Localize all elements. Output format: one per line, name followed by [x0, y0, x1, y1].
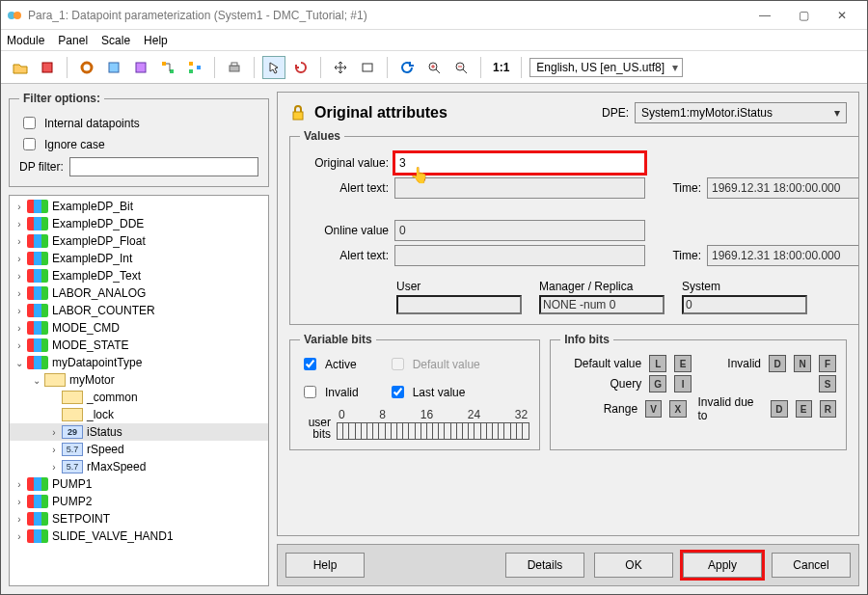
- user-bits-label: userbits: [300, 417, 331, 440]
- tree-item-myDatapointType[interactable]: ⌄myDatapointType: [10, 354, 268, 371]
- twisty-icon[interactable]: ›: [48, 445, 60, 455]
- sq-S[interactable]: S: [819, 375, 836, 392]
- pointer-icon[interactable]: [262, 56, 285, 79]
- details-button[interactable]: Details: [505, 553, 584, 578]
- twisty-icon[interactable]: ⌄: [14, 358, 25, 368]
- twisty-icon[interactable]: ›: [14, 254, 25, 264]
- twisty-icon[interactable]: ›: [14, 236, 25, 247]
- move-icon[interactable]: [329, 56, 352, 79]
- dp-filter-input[interactable]: [69, 157, 258, 176]
- tree-item-LABOR_COUNTER[interactable]: ›LABOR_COUNTER: [10, 302, 268, 319]
- cancel-button[interactable]: Cancel: [772, 553, 851, 578]
- twisty-icon[interactable]: ›: [14, 514, 25, 525]
- user-bit-31[interactable]: [523, 423, 529, 439]
- tree-item-MODE_CMD[interactable]: ›MODE_CMD: [10, 319, 268, 337]
- sq-N[interactable]: N: [794, 355, 811, 372]
- tree-item-ExampleDP_DDE[interactable]: ›ExampleDP_DDE: [10, 215, 268, 232]
- original-value-input[interactable]: [394, 152, 645, 174]
- time-1-label: Time:: [657, 181, 701, 195]
- help-button[interactable]: Help: [285, 553, 365, 578]
- tree-item-ExampleDP_Bit[interactable]: ›ExampleDP_Bit: [10, 198, 268, 215]
- dpe-combo[interactable]: System1:myMotor.iStatus: [635, 102, 847, 123]
- ok-button[interactable]: OK: [594, 553, 673, 578]
- internal-datapoints-input[interactable]: [23, 117, 36, 129]
- tree-icon-2[interactable]: [183, 56, 206, 79]
- sq-F[interactable]: F: [819, 355, 836, 372]
- sq-G[interactable]: G: [649, 375, 666, 392]
- twisty-icon[interactable]: ›: [14, 288, 25, 299]
- twisty-icon[interactable]: ›: [14, 531, 25, 542]
- last-value-input[interactable]: [392, 386, 404, 398]
- tool-icon-1[interactable]: [102, 56, 125, 79]
- language-combo[interactable]: English, US [en_US.utf8]: [529, 58, 683, 77]
- user-bits-ruler[interactable]: 0 8 16 24 32: [337, 408, 529, 440]
- tree-item-_lock[interactable]: _lock: [10, 406, 268, 423]
- invalid-checkbox[interactable]: Invalid: [300, 383, 359, 401]
- active-input[interactable]: [304, 358, 316, 370]
- sq-V[interactable]: V: [645, 400, 662, 418]
- tree-item-ExampleDP_Text[interactable]: ›ExampleDP_Text: [10, 267, 268, 284]
- twisty-icon[interactable]: ›: [14, 340, 25, 351]
- twisty-icon[interactable]: ›: [14, 497, 25, 507]
- tree-item-PUMP2[interactable]: ›PUMP2: [10, 493, 268, 510]
- tree-item-MODE_STATE[interactable]: ›MODE_STATE: [10, 337, 268, 354]
- tree-item-ExampleDP_Int[interactable]: ›ExampleDP_Int: [10, 250, 268, 267]
- twisty-icon[interactable]: ›: [14, 202, 25, 212]
- twisty-icon[interactable]: ›: [48, 427, 60, 438]
- twisty-icon[interactable]: ›: [14, 219, 25, 230]
- ignore-case-input[interactable]: [23, 138, 36, 150]
- tree-item-rSpeed[interactable]: ›5.7rSpeed: [10, 441, 268, 458]
- tree-item-ExampleDP_Float[interactable]: ›ExampleDP_Float: [10, 232, 268, 250]
- menu-panel[interactable]: Panel: [58, 34, 88, 47]
- online-value-input: [394, 220, 645, 241]
- ignore-case-checkbox[interactable]: Ignore case: [19, 135, 258, 153]
- menu-help[interactable]: Help: [144, 34, 168, 47]
- tree-item-PUMP1[interactable]: ›PUMP1: [10, 475, 268, 493]
- sq-L[interactable]: L: [649, 355, 666, 372]
- twisty-icon[interactable]: ›: [14, 479, 25, 490]
- tree-item-LABOR_ANALOG[interactable]: ›LABOR_ANALOG: [10, 284, 268, 302]
- datapoint-tree[interactable]: ›ExampleDP_Bit›ExampleDP_DDE›ExampleDP_F…: [9, 195, 269, 586]
- zoom-out-icon[interactable]: [449, 56, 473, 79]
- tree-item-_common[interactable]: _common: [10, 389, 268, 406]
- system-value: [682, 295, 807, 314]
- twisty-icon[interactable]: ›: [14, 271, 25, 282]
- sq-E[interactable]: E: [674, 355, 692, 372]
- sq-X[interactable]: X: [669, 400, 686, 418]
- twisty-icon[interactable]: ›: [14, 306, 25, 316]
- rect-icon[interactable]: [356, 56, 379, 79]
- maximize-button[interactable]: ▢: [784, 2, 823, 29]
- sq-D[interactable]: D: [769, 355, 786, 372]
- sq-E2[interactable]: E: [796, 400, 812, 418]
- twisty-icon[interactable]: ›: [48, 462, 60, 473]
- invalid-input[interactable]: [304, 386, 316, 398]
- sq-D2[interactable]: D: [771, 400, 787, 418]
- tree-item-SLIDE_VALVE_HAND1[interactable]: ›SLIDE_VALVE_HAND1: [10, 527, 268, 545]
- close-button[interactable]: ✕: [823, 2, 861, 29]
- last-value-checkbox[interactable]: Last value: [388, 383, 480, 401]
- tree-icon-1[interactable]: [156, 56, 179, 79]
- open-icon[interactable]: [9, 56, 32, 79]
- tool-icon-2[interactable]: [129, 56, 152, 79]
- minimize-button[interactable]: —: [746, 2, 784, 29]
- sq-R[interactable]: R: [820, 400, 836, 418]
- tree-item-iStatus[interactable]: ›29iStatus: [10, 423, 268, 441]
- rotate-icon[interactable]: [289, 56, 312, 79]
- active-checkbox[interactable]: Active: [300, 355, 359, 373]
- sq-I[interactable]: I: [674, 375, 692, 392]
- tree-item-rMaxSpeed[interactable]: ›5.7rMaxSpeed: [10, 458, 268, 475]
- gear-icon[interactable]: [75, 56, 98, 79]
- tree-item-myMotor[interactable]: ⌄myMotor: [10, 371, 268, 389]
- twisty-icon[interactable]: ›: [14, 323, 25, 334]
- print-icon[interactable]: [223, 56, 246, 79]
- refresh-icon[interactable]: [395, 56, 419, 79]
- default-value-label: Default value: [413, 358, 480, 371]
- internal-datapoints-checkbox[interactable]: Internal datapoints: [19, 114, 258, 132]
- menu-module[interactable]: Module: [7, 34, 44, 47]
- apply-button[interactable]: Apply: [683, 553, 762, 578]
- zoom-in-icon[interactable]: [422, 56, 446, 79]
- menu-scale[interactable]: Scale: [101, 34, 130, 47]
- delete-icon[interactable]: [36, 56, 59, 79]
- tree-item-SETPOINT[interactable]: ›SETPOINT: [10, 510, 268, 527]
- twisty-icon[interactable]: ⌄: [31, 375, 42, 386]
